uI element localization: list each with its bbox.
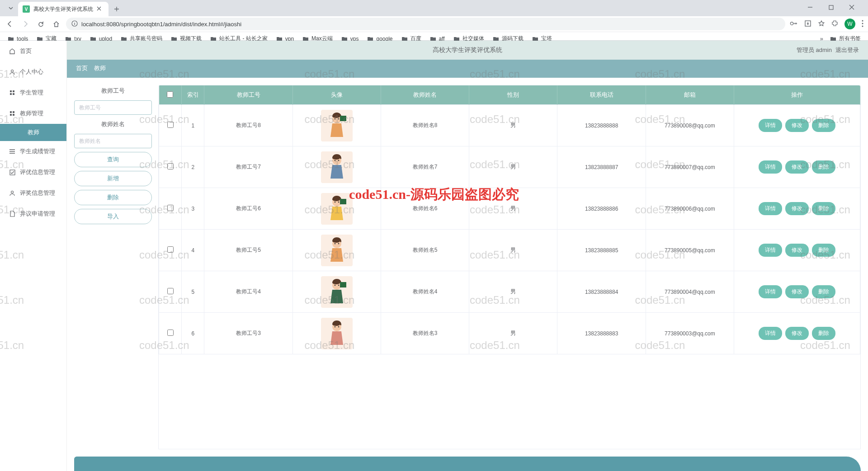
- cell-index: 3: [182, 188, 204, 230]
- add-button[interactable]: 新增: [74, 171, 152, 186]
- row-delete-button[interactable]: 删除: [812, 160, 835, 174]
- row-checkbox[interactable]: [167, 122, 174, 128]
- row-checkbox[interactable]: [167, 330, 174, 336]
- cell-avatar: [292, 188, 381, 230]
- edit-button[interactable]: 修改: [785, 202, 809, 215]
- cell-avatar: [292, 271, 381, 313]
- svg-point-5: [862, 23, 863, 24]
- tab-bar: V 高校大学生评奖评优系统: [0, 0, 868, 16]
- sidebar-item-3[interactable]: 教师管理: [0, 103, 66, 124]
- search-button[interactable]: 查询: [74, 152, 152, 167]
- sidebar-item-1[interactable]: 个人中心: [0, 61, 66, 82]
- edit-button[interactable]: 修改: [785, 327, 809, 340]
- table-row: 5 教师工号4 教师姓名4 男 13823888884 773890004@qq…: [159, 271, 860, 313]
- detail-button[interactable]: 详情: [759, 285, 782, 298]
- cell-ops: 详情 修改 删除: [734, 313, 860, 354]
- breadcrumb-home[interactable]: 首页: [76, 65, 88, 71]
- detail-button[interactable]: 详情: [759, 202, 782, 215]
- sidebar-item-8[interactable]: 异议申请管理: [0, 203, 66, 224]
- back-icon[interactable]: [5, 19, 15, 29]
- edit-button[interactable]: 修改: [785, 244, 809, 257]
- detail-button[interactable]: 详情: [759, 160, 782, 174]
- sidebar-item-7[interactable]: 评奖信息管理: [0, 183, 66, 203]
- main-area: 高校大学生评奖评优系统 管理员 admin 退出登录 首页 教师 教师工号 教师…: [67, 41, 868, 471]
- reload-icon[interactable]: [35, 19, 46, 29]
- cell-email: 773890006@qq.com: [646, 188, 734, 230]
- import-button[interactable]: 导入: [74, 209, 152, 224]
- col-header-ops: 操作: [734, 85, 860, 105]
- tab-favicon-icon: V: [23, 5, 30, 13]
- row-delete-button[interactable]: 删除: [812, 327, 835, 340]
- new-tab-button[interactable]: [110, 3, 123, 15]
- detail-button[interactable]: 详情: [759, 119, 782, 132]
- extensions-icon[interactable]: [831, 20, 838, 28]
- password-key-icon[interactable]: [790, 20, 798, 28]
- logout-link[interactable]: 退出登录: [835, 46, 859, 54]
- app-root: 首页个人中心学生管理教师管理教师学生成绩管理评优信息管理评奖信息管理异议申请管理…: [0, 41, 868, 471]
- user-role-label: 管理员 admin: [797, 46, 832, 54]
- detail-button[interactable]: 详情: [759, 327, 782, 340]
- cell-ops: 详情 修改 删除: [734, 188, 860, 230]
- cell-gender: 男: [469, 105, 557, 146]
- sidebar-item-label: 教师管理: [20, 109, 43, 118]
- row-checkbox[interactable]: [167, 288, 174, 294]
- profile-avatar-icon[interactable]: W: [844, 19, 855, 29]
- delete-button[interactable]: 删除: [74, 190, 152, 205]
- row-checkbox[interactable]: [167, 246, 174, 253]
- cell-id: 教师工号4: [204, 271, 292, 313]
- tab-close-icon[interactable]: [97, 5, 104, 13]
- sidebar-item-2[interactable]: 学生管理: [0, 82, 66, 103]
- row-delete-button[interactable]: 删除: [812, 244, 835, 257]
- sidebar-item-4[interactable]: 教师: [0, 124, 66, 141]
- edit-button[interactable]: 修改: [785, 285, 809, 298]
- sidebar-item-0[interactable]: 首页: [0, 41, 66, 61]
- cell-gender: 男: [469, 146, 557, 188]
- search-input-name[interactable]: [74, 134, 152, 148]
- detail-button[interactable]: 详情: [759, 244, 782, 257]
- svg-rect-8: [10, 90, 12, 92]
- home-icon[interactable]: [51, 19, 61, 29]
- svg-point-24: [338, 160, 339, 161]
- site-info-icon[interactable]: [71, 20, 78, 28]
- bookmark-star-icon[interactable]: [818, 20, 825, 28]
- svg-rect-13: [13, 111, 14, 113]
- svg-rect-29: [340, 199, 346, 204]
- row-checkbox[interactable]: [167, 163, 174, 170]
- avatar-image: [321, 193, 353, 225]
- cell-name: 教师姓名8: [381, 105, 469, 146]
- install-app-icon[interactable]: [804, 20, 811, 28]
- cell-gender: 男: [469, 271, 557, 313]
- search-input-id[interactable]: [74, 100, 152, 115]
- svg-point-6: [862, 25, 863, 27]
- browser-tab[interactable]: V 高校大学生评奖评优系统: [18, 2, 108, 16]
- sidebar-item-5[interactable]: 学生成绩管理: [0, 141, 66, 162]
- table-row: 6 教师工号3 教师姓名3 男 13823888883 773890003@qq…: [159, 313, 860, 354]
- minimize-icon[interactable]: [804, 1, 816, 14]
- row-delete-button[interactable]: 删除: [812, 285, 835, 298]
- cell-phone: 13823888885: [557, 230, 646, 271]
- cell-name: 教师姓名4: [381, 271, 469, 313]
- row-delete-button[interactable]: 删除: [812, 119, 835, 132]
- cell-avatar: [292, 313, 381, 354]
- svg-rect-9: [13, 90, 14, 92]
- sidebar-item-6[interactable]: 评优信息管理: [0, 162, 66, 183]
- svg-rect-12: [10, 111, 12, 113]
- forward-icon[interactable]: [20, 19, 31, 29]
- menu-dots-icon[interactable]: [862, 20, 863, 28]
- url-bar[interactable]: localhost:8080/springbootqbtn1/admin/dis…: [66, 18, 785, 30]
- svg-point-28: [338, 201, 339, 203]
- cell-index: 6: [182, 313, 204, 354]
- avatar-image: [321, 151, 353, 183]
- maximize-icon[interactable]: [825, 1, 837, 14]
- close-window-icon[interactable]: [845, 1, 858, 14]
- cell-name: 教师姓名3: [381, 313, 469, 354]
- grid-icon: [9, 110, 15, 117]
- row-checkbox[interactable]: [167, 205, 174, 211]
- cell-phone: 13823888887: [557, 146, 646, 188]
- tab-dropdown-icon[interactable]: [5, 3, 16, 14]
- row-delete-button[interactable]: 删除: [812, 202, 835, 215]
- window-controls: [804, 1, 864, 16]
- edit-button[interactable]: 修改: [785, 160, 809, 174]
- select-all-checkbox[interactable]: [167, 91, 173, 98]
- edit-button[interactable]: 修改: [785, 119, 809, 132]
